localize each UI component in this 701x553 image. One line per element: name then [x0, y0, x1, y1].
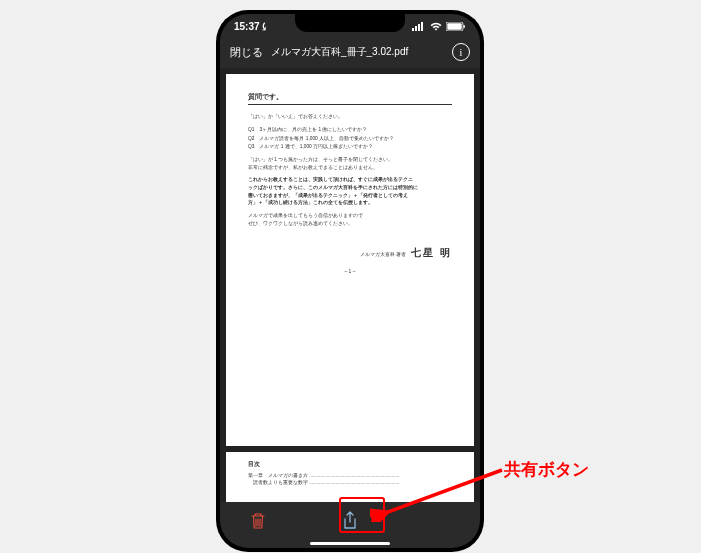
info-button[interactable]: i — [452, 43, 470, 61]
page-1: 質問です。 「はい」か「いいえ」でお答えください。 Q1 3ヶ月以内に、月の売上… — [226, 74, 474, 446]
wifi-icon — [430, 22, 442, 31]
document-viewport[interactable]: 質問です。 「はい」か「いいえ」でお答えください。 Q1 3ヶ月以内に、月の売上… — [220, 68, 480, 502]
home-indicator[interactable] — [310, 542, 390, 545]
svg-rect-3 — [421, 22, 423, 31]
phone-screen: 15:37⤹ 閉じる メルマガ大百科_冊子_3.02.pdf i 質問です。 「… — [220, 14, 480, 548]
instruction: 「はい」か「いいえ」でお答えください。 — [248, 113, 452, 121]
svg-rect-1 — [415, 26, 417, 31]
toc-line-2: 読者数よりも重要な数字 ............................… — [248, 479, 452, 486]
p2: これからお教えすることは、実践して頂ければ、すぐに成果が出るテクニックばかりです… — [248, 176, 452, 207]
status-right — [412, 22, 466, 31]
p1: 「はい」が 1 つも無かった方は、そっと冊子を閉じてください。非常に残念ですが、… — [248, 156, 452, 171]
author-line: メルマガ大百科 著者 七星 明 — [248, 245, 452, 261]
toc-line-1: 第一章 メルマガの書き方 ...........................… — [248, 472, 452, 479]
battery-icon — [446, 22, 466, 31]
q3: Q3 メルマガ 1 通で、1,000 万円以上稼ぎたいですか？ — [248, 143, 452, 151]
close-button[interactable]: 閉じる — [230, 45, 263, 60]
p3: メルマガで成果を出してもらう自信がありますのでぜひ、ワクワクしながら読み進めてく… — [248, 212, 452, 227]
q2: Q2 メルマガ読者を毎月 1,000 人以上、自動で集めたいですか？ — [248, 135, 452, 143]
nav-bar: 閉じる メルマガ大百科_冊子_3.02.pdf i — [220, 36, 480, 68]
status-time: 15:37⤹ — [234, 21, 268, 32]
page-heading: 質問です。 — [248, 92, 452, 105]
q1: Q1 3ヶ月以内に、月の売上を 1 億にしたいですか？ — [248, 126, 452, 134]
svg-rect-0 — [412, 28, 414, 31]
phone-frame: 15:37⤹ 閉じる メルマガ大百科_冊子_3.02.pdf i 質問です。 「… — [216, 10, 484, 552]
svg-rect-5 — [447, 23, 461, 29]
signal-icon — [412, 22, 426, 31]
annotation-label: 共有ボタン — [504, 458, 589, 481]
trash-button[interactable] — [250, 512, 266, 534]
doc-title: メルマガ大百科_冊子_3.02.pdf — [271, 45, 444, 59]
svg-rect-6 — [464, 25, 465, 28]
svg-rect-2 — [418, 24, 420, 31]
bottom-toolbar — [220, 502, 480, 548]
notch — [295, 14, 405, 32]
share-button[interactable] — [342, 511, 358, 535]
page-number: – 1 – — [248, 267, 452, 275]
toc-heading: 目次 — [248, 460, 452, 469]
page-2: 目次 第一章 メルマガの書き方 ........................… — [226, 452, 474, 502]
